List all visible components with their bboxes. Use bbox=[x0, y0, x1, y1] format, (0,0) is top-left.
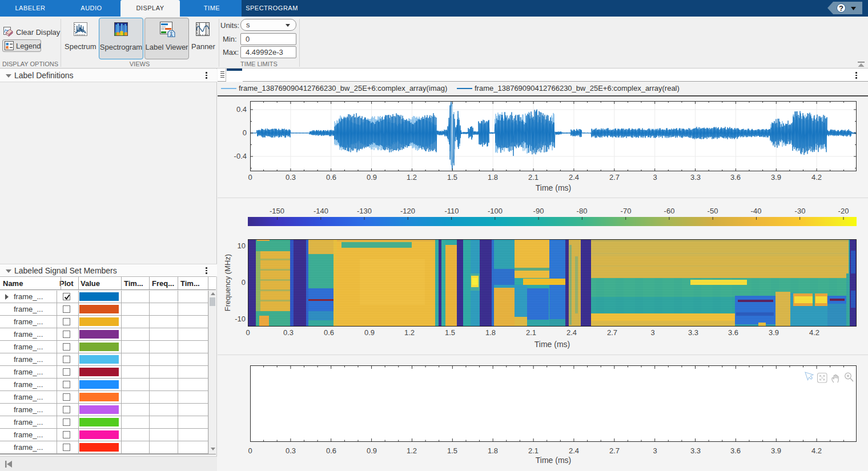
svg-text:A: A bbox=[170, 33, 173, 38]
svg-text:?: ? bbox=[839, 4, 843, 13]
